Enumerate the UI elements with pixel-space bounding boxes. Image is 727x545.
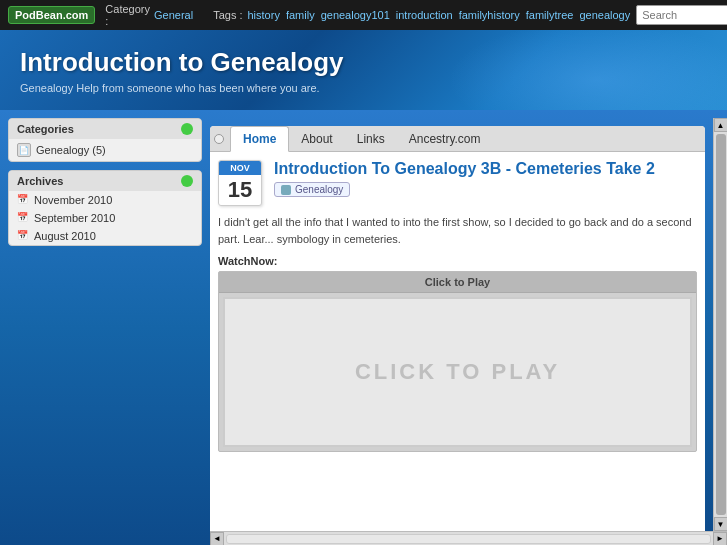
tag-family[interactable]: family [286,9,315,21]
nav-tabs: Home About Links Ancestry.com [210,126,705,152]
category-icon [281,185,291,195]
post-title[interactable]: Introduction To Genealogy 3B - Cemeterie… [274,160,697,178]
top-bar: PodBean.com Category : General Tags : hi… [0,0,727,30]
player-screen[interactable]: CLICK TO PLAY [223,297,692,447]
sidebar-item-genealogy[interactable]: 📄 Genealogy (5) [9,139,201,161]
podbean-logo[interactable]: PodBean.com [8,6,95,24]
post-excerpt: I didn't get all the info that I wanted … [218,214,697,247]
scroll-track-horizontal[interactable] [226,534,711,544]
calendar-icon-aug: 📅 [17,230,29,242]
hero-banner: Introduction to Genealogy Genealogy Help… [0,30,727,110]
calendar-icon-nov: 📅 [17,194,29,206]
tag-genealogy101[interactable]: genealogy101 [321,9,390,21]
genealogy-icon: 📄 [17,143,31,157]
hero-title: Introduction to Genealogy [20,47,707,78]
archives-header: Archives [9,171,201,191]
categories-label: Categories [17,123,74,135]
category-label: Category : [105,3,150,27]
date-day: 15 [219,175,261,205]
genealogy-label: Genealogy (5) [36,144,106,156]
tab-about[interactable]: About [289,127,344,151]
bottom-scrollbar: ◄ ► [210,531,727,545]
tags-label: Tags : [213,9,242,21]
player-bar[interactable]: Click to Play [219,272,696,293]
tag-genealogy[interactable]: genealogy [579,9,630,21]
date-month: Nov [219,161,261,175]
calendar-icon-sep: 📅 [17,212,29,224]
archive-sep-2010[interactable]: 📅 September 2010 [9,209,201,227]
scroll-down-button[interactable]: ▼ [714,517,728,531]
categories-header: Categories [9,119,201,139]
search-input[interactable] [636,5,727,25]
categories-section: Categories 📄 Genealogy (5) [8,118,202,162]
scroll-up-button[interactable]: ▲ [714,118,728,132]
tag-familytree[interactable]: familytree [526,9,574,21]
archives-section: Archives 📅 November 2010 📅 September 201… [8,170,202,246]
post-area: Nov 15 Introduction To Genealogy 3B - Ce… [210,152,705,531]
tag-familyhistory[interactable]: familyhistory [459,9,520,21]
search-area: 🔍 [636,5,727,25]
player-container: Click to Play CLICK TO PLAY [218,271,697,452]
archive-nov-2010[interactable]: 📅 November 2010 [9,191,201,209]
scroll-thumb[interactable] [716,134,726,515]
date-badge: Nov 15 [218,160,262,206]
tab-links[interactable]: Links [345,127,397,151]
post-header: Nov 15 Introduction To Genealogy 3B - Ce… [218,160,697,206]
scrollbar-right: ▲ ▼ [713,118,727,531]
post-category-badge[interactable]: Genealogy [274,182,350,197]
post-category-label: Genealogy [295,184,343,195]
archive-aug-2010[interactable]: 📅 August 2010 [9,227,201,245]
category-value[interactable]: General [154,9,193,21]
content-area: Home About Links Ancestry.com Nov 15 Int… [210,126,705,531]
post-title-section: Introduction To Genealogy 3B - Cemeterie… [274,160,697,198]
archives-label: Archives [17,175,63,187]
categories-dot [181,123,193,135]
tag-history[interactable]: history [248,9,280,21]
tag-introduction[interactable]: introduction [396,9,453,21]
sidebar: Categories 📄 Genealogy (5) Archives 📅 No… [0,110,210,545]
scroll-right-button[interactable]: ► [713,532,727,546]
hero-subtitle: Genealogy Help from someone who has been… [20,82,707,94]
archive-sep-label: September 2010 [34,212,115,224]
nav-radio [214,134,224,144]
tags-section: Tags : history family genealogy101 intro… [213,9,636,21]
archive-nov-label: November 2010 [34,194,112,206]
player-overlay-text: CLICK TO PLAY [355,359,560,385]
scroll-left-button[interactable]: ◄ [210,532,224,546]
main-layout: Categories 📄 Genealogy (5) Archives 📅 No… [0,110,727,545]
tab-ancestry[interactable]: Ancestry.com [397,127,493,151]
archive-aug-label: August 2010 [34,230,96,242]
tab-home[interactable]: Home [230,126,289,152]
archives-dot [181,175,193,187]
watch-now-label: WatchNow: [218,255,697,267]
